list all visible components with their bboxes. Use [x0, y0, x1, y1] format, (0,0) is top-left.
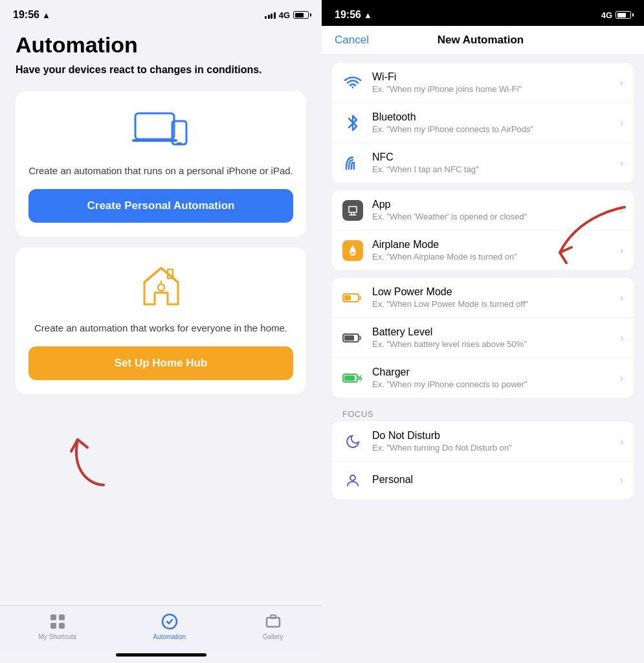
wifi-desc: Ex. "When my iPhone joins home Wi-Fi" [372, 84, 615, 94]
charger-desc: Ex. "When my iPhone connects to power" [372, 379, 615, 389]
wifi-text: Wi-Fi Ex. "When my iPhone joins home Wi-… [372, 71, 615, 94]
list-item-bluetooth[interactable]: Bluetooth Ex. "When my iPhone connects t… [332, 103, 634, 143]
left-content: Automation Have your devices react to ch… [0, 26, 322, 605]
nfc-title: NFC [372, 152, 615, 163]
list-item-do-not-disturb[interactable]: Do Not Disturb Ex. "When turning Do Not … [332, 421, 634, 462]
automation-list[interactable]: Wi-Fi Ex. "When my iPhone joins home Wi-… [322, 55, 644, 663]
svg-point-5 [158, 284, 164, 291]
bluetooth-desc: Ex. "When my iPhone connects to AirPods" [372, 124, 615, 134]
svg-rect-0 [135, 113, 174, 139]
create-personal-automation-button[interactable]: Create Personal Automation [28, 189, 293, 223]
nav-bar: Cancel New Automation [322, 26, 644, 55]
page-title: Automation [16, 32, 306, 58]
tab-my-shortcuts[interactable]: My Shortcuts [38, 612, 76, 640]
list-item-personal[interactable]: Personal › [332, 462, 634, 499]
bluetooth-icon-wrap [342, 113, 363, 133]
section-connectivity: Wi-Fi Ex. "When my iPhone joins home Wi-… [332, 63, 634, 183]
list-item-wifi[interactable]: Wi-Fi Ex. "When my iPhone joins home Wi-… [332, 63, 634, 103]
svg-rect-18 [344, 376, 355, 381]
low-power-title: Low Power Mode [372, 286, 615, 298]
section-apps: App Ex. "When 'Weather' is opened or clo… [332, 190, 634, 270]
list-item-charger[interactable]: Charger Ex. "When my iPhone connects to … [332, 358, 634, 398]
low-power-chevron: › [620, 292, 623, 304]
app-chevron: › [620, 205, 623, 216]
svg-rect-6 [50, 614, 56, 620]
bluetooth-title: Bluetooth [372, 111, 615, 123]
battery-right [616, 11, 631, 19]
list-item-low-power[interactable]: Low Power Mode Ex. "When Low Power Mode … [332, 278, 634, 318]
personal-text: Personal [372, 474, 615, 487]
battery-level-title: Battery Level [372, 326, 615, 338]
location-icon-left: ▲ [42, 10, 50, 20]
low-power-desc: Ex. "When Low Power Mode is turned off" [372, 299, 615, 309]
app-desc: Ex. "When 'Weather' is opened or closed" [372, 212, 615, 221]
personal-icon-wrap [342, 470, 363, 491]
dnd-icon-wrap [342, 431, 363, 452]
battery-level-desc: Ex. "When battery level rises above 50%" [372, 339, 615, 349]
list-item-airplane-mode[interactable]: Airplane Mode Ex. "When Airplane Mode is… [332, 230, 634, 270]
time-right: 19:56 [335, 9, 361, 21]
personal-chevron: › [620, 475, 623, 486]
tab-my-shortcuts-label: My Shortcuts [38, 633, 76, 640]
phone-left: 19:56 ▲ 4G Automation Have your devices … [0, 0, 322, 663]
list-item-battery-level[interactable]: Battery Level Ex. "When battery level ri… [332, 318, 634, 358]
tab-gallery-label: Gallery [263, 633, 283, 640]
personal-automation-card: Create an automation that runs on a pers… [16, 91, 306, 237]
home-hub-card: Create an automation that works for ever… [16, 247, 306, 394]
battery-level-text: Battery Level Ex. "When battery level ri… [372, 326, 615, 349]
charger-text: Charger Ex. "When my iPhone connects to … [372, 366, 615, 389]
airplane-desc: Ex. "When Airplane Mode is turned on" [372, 252, 615, 262]
home-icon [138, 263, 184, 312]
focus-section-header: FOCUS [322, 405, 644, 421]
wifi-title: Wi-Fi [372, 71, 615, 83]
wifi-chevron: › [620, 77, 623, 89]
svg-rect-11 [267, 618, 280, 627]
personal-card-desc: Create an automation that runs on a pers… [28, 164, 293, 177]
bluetooth-chevron: › [620, 117, 623, 129]
app-title: App [372, 199, 615, 210]
status-bar-left: 19:56 ▲ 4G [0, 0, 322, 26]
svg-rect-16 [344, 335, 354, 341]
bluetooth-text: Bluetooth Ex. "When my iPhone connects t… [372, 111, 615, 134]
time-left: 19:56 [13, 9, 39, 21]
list-item-app[interactable]: App Ex. "When 'Weather' is opened or clo… [332, 190, 634, 230]
low-power-text: Low Power Mode Ex. "When Low Power Mode … [372, 286, 615, 309]
list-item-nfc[interactable]: NFC Ex. "When I tap an NFC tag" › [332, 143, 634, 183]
app-text: App Ex. "When 'Weather' is opened or clo… [372, 199, 615, 221]
cancel-button[interactable]: Cancel [335, 34, 369, 47]
battery-left [293, 11, 309, 19]
airplane-text: Airplane Mode Ex. "When Airplane Mode is… [372, 239, 615, 262]
airplane-title: Airplane Mode [372, 239, 615, 251]
svg-rect-3 [177, 142, 182, 144]
tab-automation[interactable]: Automation [153, 612, 186, 640]
home-indicator-left [116, 653, 206, 657]
svg-point-19 [350, 475, 355, 480]
charger-chevron: › [620, 372, 623, 384]
phone-right: 19:56 ▲ 4G Cancel New Automation [322, 0, 644, 663]
signal-bars-left [265, 11, 276, 19]
battery-level-chevron: › [620, 332, 623, 344]
dnd-chevron: › [620, 436, 623, 447]
low-power-icon-wrap [342, 287, 363, 308]
personal-title: Personal [372, 474, 615, 486]
status-icons-right: 4G [598, 10, 631, 20]
app-icon-wrap [342, 200, 363, 221]
lte-left: 4G [279, 10, 290, 20]
section-power: Low Power Mode Ex. "When Low Power Mode … [332, 278, 634, 398]
battery-level-icon-wrap [342, 328, 363, 348]
dnd-title: Do Not Disturb [372, 430, 615, 442]
status-icons-left: 4G [265, 10, 309, 20]
charger-title: Charger [372, 366, 615, 378]
svg-rect-14 [344, 295, 351, 300]
tab-bar: My Shortcuts Automation Gallery [0, 605, 322, 653]
dnd-desc: Ex. "When turning Do Not Disturb on" [372, 443, 615, 453]
svg-rect-4 [168, 269, 173, 278]
svg-rect-12 [271, 615, 276, 618]
nfc-text: NFC Ex. "When I tap an NFC tag" [372, 152, 615, 174]
set-up-home-hub-button[interactable]: Set Up Home Hub [28, 346, 293, 380]
section-focus: Do Not Disturb Ex. "When turning Do Not … [332, 421, 634, 499]
svg-rect-9 [59, 623, 65, 629]
dnd-text: Do Not Disturb Ex. "When turning Do Not … [372, 430, 615, 453]
airplane-chevron: › [620, 245, 623, 256]
tab-gallery[interactable]: Gallery [263, 612, 283, 640]
